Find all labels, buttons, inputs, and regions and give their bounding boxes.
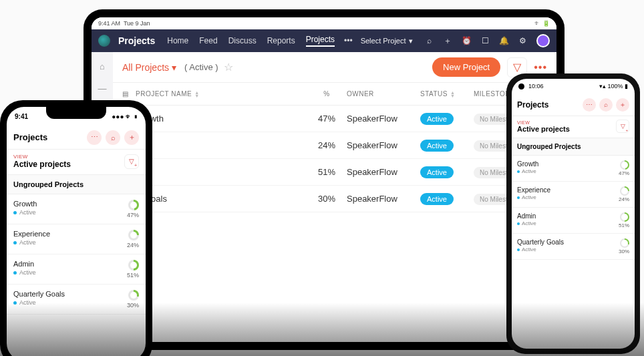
camera-hole-icon <box>518 83 524 90</box>
view-name: Active projects <box>13 160 71 169</box>
all-projects-dropdown[interactable]: All Projects▾ <box>122 62 176 73</box>
status-badge: Active <box>420 140 454 152</box>
status-dot-icon <box>13 271 17 275</box>
item-name: Experience <box>517 186 550 194</box>
progress-ring-icon <box>128 290 139 301</box>
progress-ring-icon <box>128 200 139 210</box>
item-status: Active <box>522 194 536 200</box>
select-project-dropdown[interactable]: Select Project ▾ <box>361 37 413 45</box>
add-button[interactable]: ＋ <box>124 130 139 145</box>
filter-icon[interactable]: ▽+ <box>616 120 629 133</box>
item-percent: 47% <box>127 212 139 218</box>
nav-reports[interactable]: Reports <box>267 36 295 45</box>
item-status: Active <box>19 239 36 246</box>
list-item[interactable]: Growth Active 47% <box>7 194 146 224</box>
search-button[interactable]: ⌕ <box>106 130 120 145</box>
alarm-icon[interactable]: ⏰ <box>462 36 471 45</box>
star-icon[interactable]: ☆ <box>224 61 233 73</box>
view-name: Active projects <box>517 125 570 133</box>
cell-name: Growth <box>136 114 307 124</box>
bottom-fade <box>0 303 644 356</box>
sort-icon: ▲▼ <box>450 91 455 98</box>
user-avatar[interactable] <box>536 34 550 47</box>
item-status: Active <box>19 269 36 276</box>
table-row[interactable]: ly Goals 30% SpeakerFlow Active No Miles… <box>113 186 556 212</box>
nav-discuss[interactable]: Discuss <box>228 36 257 45</box>
tablet-topnav: Projects Home Feed Discuss Reports Proje… <box>92 29 556 52</box>
nav-feed[interactable]: Feed <box>199 36 217 45</box>
nav-home[interactable]: Home <box>167 36 188 45</box>
list-item[interactable]: Admin Active 51% <box>512 208 635 234</box>
phone-left-indicators: ●●● ᯤ ▮ <box>112 113 138 120</box>
view-label: VIEW <box>517 120 570 125</box>
cell-owner: SpeakerFlow <box>347 167 420 177</box>
list-item[interactable]: Admin Active 51% <box>7 254 146 285</box>
layout-icon[interactable]: ▤ <box>122 90 136 98</box>
add-button[interactable]: ＋ <box>616 98 629 112</box>
table-row[interactable]: ▸ Growth 47% SpeakerFlow Active No Miles… <box>113 106 556 132</box>
col-percent[interactable]: % <box>307 90 347 98</box>
phone-right-title: Projects <box>517 100 548 110</box>
gear-icon[interactable]: ⚙ <box>518 36 527 45</box>
rail-divider: — <box>98 83 107 94</box>
table-row[interactable]: 51% SpeakerFlow Active No Milestones <box>113 159 556 186</box>
search-button[interactable]: ⌕ <box>599 98 613 112</box>
item-name: Quarterly Goals <box>517 238 564 246</box>
table-row[interactable]: nce 24% SpeakerFlow Active No Milestones <box>113 132 556 159</box>
list-item[interactable]: Quarterly Goals Active 30% <box>512 234 635 260</box>
nav-projects[interactable]: Projects <box>306 35 335 47</box>
more-nav-icon[interactable]: ••• <box>344 36 353 45</box>
tablet-status-indicators: ᯤ 🔋 <box>534 20 550 27</box>
progress-ring-icon <box>128 230 139 240</box>
rail-home-icon[interactable]: ⌂ <box>100 61 105 71</box>
bell-icon[interactable]: 🔔 <box>499 36 508 45</box>
cell-name: ly Goals <box>136 194 307 204</box>
item-percent: 24% <box>619 196 629 202</box>
phone-notch <box>46 107 106 119</box>
phone-right-header: Projects ⋯ ⌕ ＋ <box>512 94 635 116</box>
tablet-main: All Projects▾ ( Active ) ☆ New Project ▽… <box>113 52 556 342</box>
more-actions-icon[interactable]: ••• <box>534 61 547 73</box>
item-percent: 30% <box>619 248 629 254</box>
search-icon[interactable]: ⌕ <box>424 36 434 45</box>
cell-owner: SpeakerFlow <box>347 194 420 204</box>
item-name: Admin <box>517 212 536 220</box>
col-status[interactable]: STATUS ▲▼ <box>420 90 474 98</box>
more-button[interactable]: ⋯ <box>583 98 596 112</box>
progress-ring-icon <box>620 238 629 248</box>
phone-right-group-header: Ungrouped Projects <box>512 138 635 156</box>
box-icon[interactable]: ☐ <box>480 36 490 45</box>
phone-left-time: 9:41 <box>15 113 28 120</box>
col-owner[interactable]: OWNER <box>347 90 420 98</box>
list-item[interactable]: Growth Active 47% <box>512 156 635 182</box>
phone-right-view-row[interactable]: VIEW Active projects ▽+ <box>512 116 635 138</box>
status-dot-icon <box>517 196 520 199</box>
status-dot-icon <box>13 241 17 244</box>
item-name: Admin <box>13 260 36 268</box>
item-status: Active <box>522 220 536 226</box>
col-project-name[interactable]: PROJECT NAME ▲▼ <box>136 90 307 98</box>
phone-left-view-row[interactable]: VIEW Active projects ▽+ <box>7 150 146 175</box>
tablet-status-time: 9:41 AM Tue 9 Jan <box>98 20 150 27</box>
plus-icon[interactable]: ＋ <box>443 36 452 45</box>
item-status: Active <box>522 246 536 252</box>
status-filter-label: ( Active ) <box>184 62 218 72</box>
cell-name: nce <box>136 140 307 150</box>
app-logo-icon[interactable] <box>98 35 110 47</box>
item-status: Active <box>522 168 536 174</box>
list-item[interactable]: Experience Active 24% <box>7 224 146 254</box>
sort-icon: ▲▼ <box>194 91 199 98</box>
more-button[interactable]: ⋯ <box>87 130 102 145</box>
cell-percent: 30% <box>307 194 347 204</box>
topnav-right-icons: ⌕ ＋ ⏰ ☐ 🔔 ⚙ <box>424 34 550 47</box>
phone-right-indicators: ▾▴ 100% ▮ <box>599 83 628 90</box>
list-item[interactable]: Experience Active 24% <box>512 182 635 208</box>
new-project-button[interactable]: New Project <box>432 57 500 77</box>
status-badge: Active <box>420 113 454 125</box>
filter-icon[interactable]: ▽+ <box>124 154 139 169</box>
tablet-status-bar: 9:41 AM Tue 9 Jan ᯤ 🔋 <box>92 17 556 29</box>
cell-owner: SpeakerFlow <box>347 114 420 124</box>
phone-left-group-header: Ungrouped Projects <box>7 175 146 194</box>
status-dot-icon <box>517 222 520 225</box>
phone-left-header: Projects ⋯ ⌕ ＋ <box>7 126 146 150</box>
